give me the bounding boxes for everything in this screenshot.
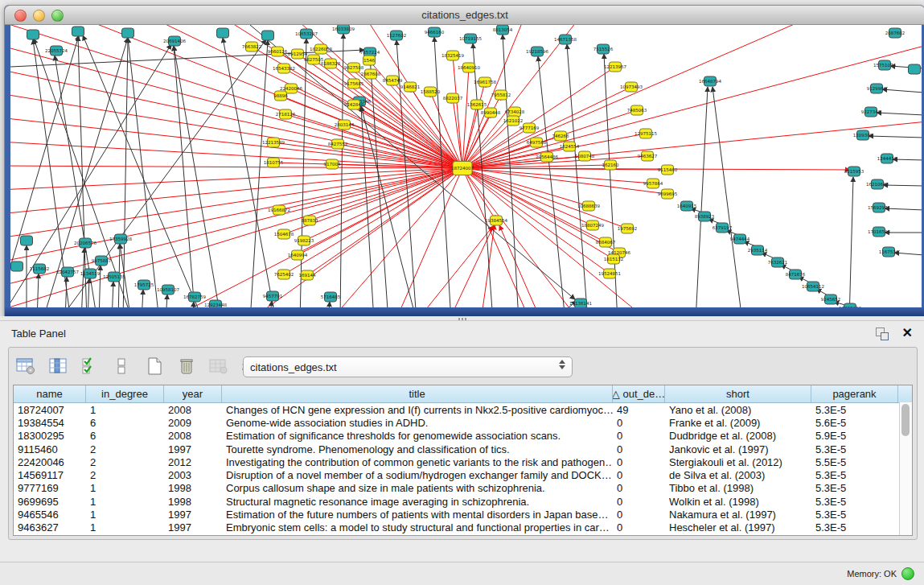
graph-node[interactable]: 8471676: [786, 270, 806, 279]
table-row[interactable]: 1938455462009Genome-wide association stu…: [14, 416, 912, 429]
graph-node[interactable]: 9227343: [861, 107, 881, 117]
graph-node[interactable]: 746266: [552, 131, 569, 141]
graph-node[interactable]: 9129966: [867, 84, 887, 93]
graph-node[interactable]: 12042757: [56, 267, 79, 277]
delete-column-icon[interactable]: [176, 356, 197, 377]
graph-node[interactable]: 12213967: [604, 62, 626, 72]
graph-node[interactable]: 2718126: [276, 109, 296, 119]
column-header-in-degree[interactable]: in_degree: [86, 385, 164, 402]
graph-node[interactable]: 10719155: [459, 34, 482, 43]
graph-node[interactable]: 887833: [302, 216, 318, 225]
unselect-all-columns-icon[interactable]: [112, 356, 133, 377]
graph-node[interactable]: 1167534: [879, 247, 899, 257]
table-row[interactable]: 969969511998Structural magnetic resonanc…: [14, 495, 912, 508]
graph-node[interactable]: 10653287: [295, 29, 318, 39]
graph-node[interactable]: 12505135: [103, 272, 125, 282]
network-table-dropdown[interactable]: citations_edges.txt: [243, 356, 573, 377]
graph-node[interactable]: 917004: [324, 159, 341, 169]
show-column-icon[interactable]: [47, 356, 68, 377]
zoom-window-icon[interactable]: [51, 10, 64, 22]
graph-node[interactable]: 19384554: [485, 216, 507, 225]
graph-node[interactable]: 9660126: [268, 47, 288, 56]
graph-node[interactable]: 1621022: [503, 116, 524, 126]
graph-node[interactable]: 1527602: [387, 31, 407, 40]
graph-node[interactable]: [262, 31, 274, 40]
table-row[interactable]: 2242004622012Investigating the contribut…: [14, 455, 912, 468]
graph-node[interactable]: 22055724: [45, 46, 68, 56]
graph-node[interactable]: 9115460: [658, 165, 678, 175]
graph-node[interactable]: 18325419: [441, 51, 464, 60]
graph-node[interactable]: [909, 64, 921, 74]
graph-node[interactable]: [72, 27, 84, 36]
scrollbar-thumb[interactable]: [901, 404, 910, 436]
graph-node[interactable]: 16648794: [699, 76, 721, 86]
graph-node[interactable]: 169144: [299, 270, 316, 280]
graph-node[interactable]: 9975887: [92, 256, 112, 266]
graph-node[interactable]: 1362615: [467, 100, 487, 109]
graph-node[interactable]: 2935114: [748, 245, 768, 255]
minimize-window-icon[interactable]: [33, 10, 45, 22]
graph-node[interactable]: 1244413: [877, 154, 897, 163]
graph-node[interactable]: 9175685: [344, 79, 364, 89]
graph-node[interactable]: 18724007: [451, 162, 474, 175]
graph-node[interactable]: [21, 236, 33, 245]
table-row[interactable]: 911546021997Tourette syndrome. Phenomeno…: [14, 443, 912, 455]
graph-node[interactable]: 162160: [602, 160, 619, 170]
graph-node[interactable]: 10958107: [157, 285, 179, 295]
graph-node[interactable]: 9457791: [263, 291, 283, 301]
graph-node[interactable]: 20691406: [163, 36, 186, 46]
graph-node[interactable]: 9777169: [519, 123, 540, 133]
graph-node[interactable]: [217, 28, 229, 38]
graph-node[interactable]: 1795725: [134, 280, 154, 290]
delete-table-icon[interactable]: [208, 356, 229, 377]
graph-node[interactable]: 7625402: [274, 270, 294, 279]
select-all-columns-icon[interactable]: [80, 356, 101, 377]
float-window-icon[interactable]: [876, 328, 889, 340]
graph-node[interactable]: 9957864: [643, 179, 663, 188]
graph-node[interactable]: 1115682: [30, 264, 50, 274]
graph-node[interactable]: 1975692: [618, 224, 638, 233]
column-header-pagerank[interactable]: pagerank: [811, 385, 898, 402]
table-row[interactable]: 1830029562008Estimation of significance …: [14, 430, 912, 443]
network-canvas[interactable]: 2205572420691406106532871603380978572241…: [10, 25, 922, 308]
graph-node[interactable]: 16782759: [183, 292, 206, 302]
column-header-short[interactable]: short: [665, 385, 811, 402]
create-column-icon[interactable]: [144, 356, 165, 377]
graph-node[interactable]: 5716485: [321, 292, 341, 302]
table-row[interactable]: 1456911722003Disruption of a novel membe…: [14, 468, 912, 481]
column-header-title[interactable]: title: [222, 385, 613, 402]
table-row[interactable]: 1872400712008Changes of HCN gene express…: [14, 403, 912, 416]
table-row[interactable]: 946554611997Estimation of the future num…: [14, 508, 912, 521]
graph-node[interactable]: 1810755: [264, 158, 284, 167]
graph-node[interactable]: 98896: [273, 91, 288, 101]
graph-node[interactable]: 12975115: [634, 129, 657, 138]
graph-node[interactable]: 7515526: [593, 44, 614, 54]
graph-node[interactable]: 10688639: [577, 201, 600, 211]
column-header-out-de-[interactable]: △ out_de…: [613, 385, 665, 402]
graph-node[interactable]: 6734028: [505, 107, 525, 117]
graph-node[interactable]: 9463627: [638, 151, 658, 161]
graph-node[interactable]: 16543382: [273, 64, 295, 73]
graph-node[interactable]: 18640910: [458, 63, 480, 72]
column-header-name[interactable]: name: [14, 385, 86, 402]
table-row[interactable]: 977716911998Corpus callosum shape and si…: [14, 482, 912, 495]
table-row[interactable]: 946362711997Embryonic stem cells: a mode…: [14, 521, 912, 534]
graph-node[interactable]: [27, 30, 39, 39]
graph-node[interactable]: 8813054: [493, 25, 513, 35]
column-header-year[interactable]: year: [164, 385, 222, 402]
graph-node[interactable]: 9466160: [425, 27, 445, 37]
graph-node[interactable]: 2087682: [885, 28, 906, 38]
graph-node[interactable]: 15692971: [868, 203, 890, 212]
graph-node[interactable]: 7485063: [627, 105, 647, 115]
graph-node[interactable]: 16210643: [866, 179, 889, 189]
window-titlebar[interactable]: citations_edges.txt: [5, 6, 924, 25]
graph-node[interactable]: 16961758: [474, 77, 496, 87]
graph-node[interactable]: 1504678: [274, 229, 294, 239]
close-window-icon[interactable]: [14, 10, 27, 22]
table-mode-icon[interactable]: [15, 356, 36, 377]
close-icon[interactable]: ✕: [902, 325, 913, 340]
graph-node[interactable]: 9146821: [400, 82, 421, 92]
graph-node[interactable]: 9699695: [658, 189, 678, 199]
graph-node[interactable]: [11, 262, 23, 271]
vertical-scrollbar[interactable]: [899, 402, 912, 535]
